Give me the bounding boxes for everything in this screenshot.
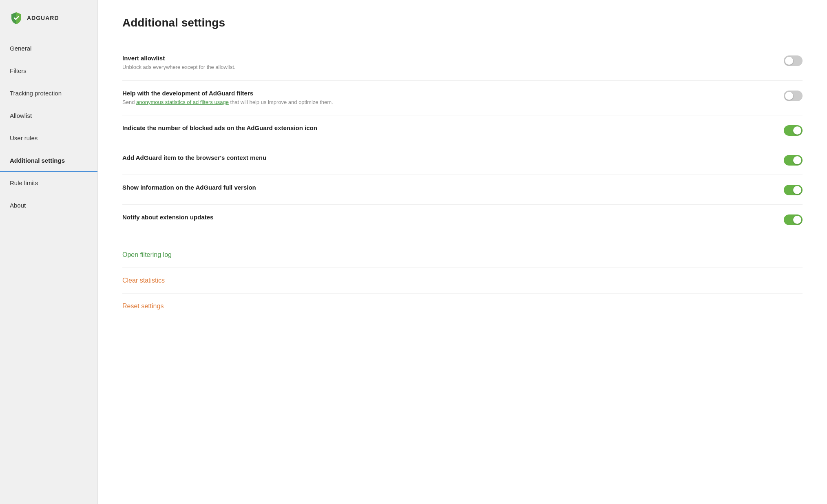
settings-list: Invert allowlist Unblock ads everywhere … <box>122 46 803 234</box>
reset-settings-link[interactable]: Reset settings <box>122 294 803 319</box>
desc-text-before: Send <box>122 99 136 105</box>
sidebar-item-additional-settings[interactable]: Additional settings <box>0 150 97 172</box>
action-links: Open filtering log Clear statistics Rese… <box>122 242 803 319</box>
sidebar-item-general[interactable]: General <box>0 38 97 60</box>
adguard-logo-icon <box>10 11 23 24</box>
sidebar: ADGUARD General Filters Tracking protect… <box>0 0 98 504</box>
setting-label-notify-updates: Notify about extension updates <box>122 214 701 221</box>
toggle-slider-notify-updates <box>784 214 803 225</box>
setting-context-menu: Add AdGuard item to the browser's contex… <box>122 145 803 175</box>
setting-label-invert-allowlist: Invert allowlist <box>122 55 701 62</box>
sidebar-item-tracking-protection[interactable]: Tracking protection <box>0 82 97 105</box>
open-filtering-log-link[interactable]: Open filtering log <box>122 242 803 268</box>
toggle-slider-help-development <box>784 91 803 101</box>
setting-label-full-version-info: Show information on the AdGuard full ver… <box>122 184 701 191</box>
page-title: Additional settings <box>122 16 803 29</box>
setting-label-indicate-blocked: Indicate the number of blocked ads on th… <box>122 124 701 131</box>
toggle-notify-updates[interactable] <box>784 214 803 225</box>
toggle-slider-context-menu <box>784 155 803 166</box>
sidebar-item-filters[interactable]: Filters <box>0 60 97 82</box>
logo-text: ADGUARD <box>27 15 59 21</box>
anonymous-stats-link[interactable]: anonymous statistics of ad filters usage <box>136 99 229 105</box>
main-content: Additional settings Invert allowlist Unb… <box>98 0 827 504</box>
setting-help-development: Help with the development of AdGuard fil… <box>122 81 803 116</box>
sidebar-item-rule-limits[interactable]: Rule limits <box>0 172 97 195</box>
sidebar-item-user-rules[interactable]: User rules <box>0 127 97 150</box>
toggle-indicate-blocked[interactable] <box>784 125 803 136</box>
setting-indicate-blocked: Indicate the number of blocked ads on th… <box>122 115 803 145</box>
setting-full-version-info: Show information on the AdGuard full ver… <box>122 175 803 205</box>
sidebar-item-allowlist[interactable]: Allowlist <box>0 105 97 127</box>
toggle-slider-full-version-info <box>784 185 803 195</box>
sidebar-item-about[interactable]: About <box>0 195 97 217</box>
setting-label-context-menu: Add AdGuard item to the browser's contex… <box>122 154 701 161</box>
toggle-full-version-info[interactable] <box>784 185 803 195</box>
setting-desc-invert-allowlist: Unblock ads everywhere except for the al… <box>122 63 701 71</box>
clear-statistics-link[interactable]: Clear statistics <box>122 268 803 294</box>
desc-text-after: that will help us improve and optimize t… <box>229 99 333 105</box>
toggle-slider-invert-allowlist <box>784 55 803 66</box>
setting-desc-help-development: Send anonymous statistics of ad filters … <box>122 98 701 106</box>
setting-label-help-development: Help with the development of AdGuard fil… <box>122 90 701 97</box>
setting-notify-updates: Notify about extension updates <box>122 205 803 234</box>
toggle-invert-allowlist[interactable] <box>784 55 803 66</box>
toggle-help-development[interactable] <box>784 91 803 101</box>
toggle-slider-indicate-blocked <box>784 125 803 136</box>
toggle-context-menu[interactable] <box>784 155 803 166</box>
setting-invert-allowlist: Invert allowlist Unblock ads everywhere … <box>122 46 803 81</box>
logo-area: ADGUARD <box>0 0 97 38</box>
